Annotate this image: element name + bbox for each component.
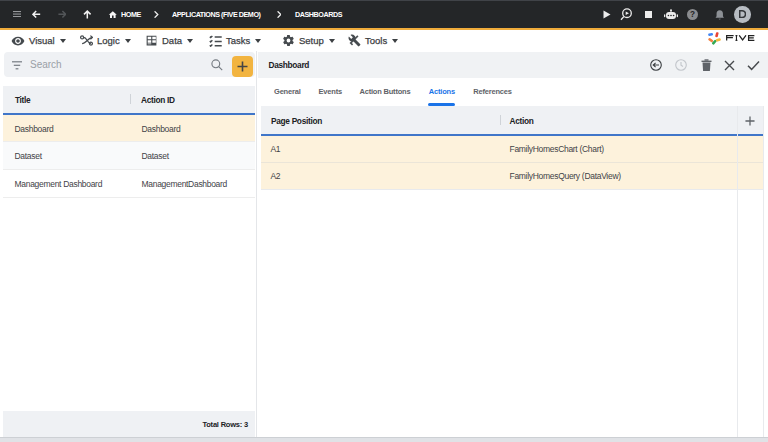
svg-text:?: ? — [690, 10, 695, 19]
